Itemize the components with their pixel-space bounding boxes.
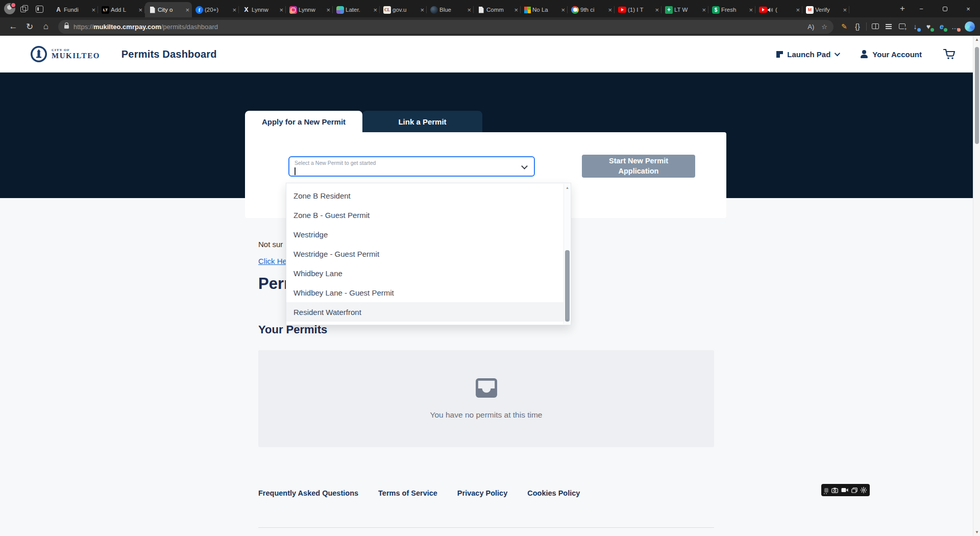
browser-tab[interactable]: Lynnw × — [239, 2, 286, 17]
footer-link[interactable]: Cookies Policy — [527, 489, 580, 497]
dropdown-option[interactable]: Whidbey Lane - Guest Permit — [286, 283, 565, 302]
start-new-permit-button[interactable]: Start New Permit Application — [582, 155, 695, 178]
tab-close-icon[interactable]: × — [843, 6, 847, 14]
select-chevron-down-icon[interactable] — [521, 163, 528, 169]
dots-icon[interactable] — [824, 488, 828, 493]
address-bar[interactable]: https://mukilteo.cmrpay.com/permits/dash… — [58, 20, 834, 34]
back-icon[interactable]: ← — [5, 21, 21, 32]
browser-tab-bar: Fundi × Add L × City o × (20+) × — [0, 0, 980, 17]
permit-select-input[interactable]: Select a New Permit to get started — [288, 156, 535, 177]
tab-close-icon[interactable]: × — [420, 6, 424, 14]
camera-icon[interactable] — [831, 488, 838, 493]
tab-close-icon[interactable]: × — [749, 6, 753, 14]
tab-close-icon[interactable]: × — [796, 6, 800, 14]
lock-icon[interactable] — [64, 25, 69, 29]
video-camera-icon[interactable] — [841, 488, 848, 493]
browser-tab[interactable]: gov.u × — [380, 2, 427, 17]
read-aloud-icon[interactable]: A) — [807, 23, 814, 31]
tab-close-icon[interactable]: × — [138, 6, 142, 14]
dropdown-option[interactable]: Whidbey Lane — [286, 263, 565, 283]
browser-tab[interactable]: Fresh × — [708, 2, 755, 17]
browser-tab[interactable]: (1) I T × — [615, 2, 662, 17]
layers-icon[interactable] — [851, 488, 857, 493]
dropdown-option[interactable]: Zone B - Guest Permit — [286, 205, 565, 225]
browser-tab[interactable]: Later. × — [333, 2, 380, 17]
tab-audio-icon[interactable] — [767, 7, 773, 13]
minimize-button[interactable]: − — [910, 0, 933, 17]
browser-tab[interactable]: Comm × — [474, 2, 521, 17]
browser-tab[interactable]: ( × — [755, 2, 802, 17]
launch-pad-menu[interactable]: Launch Pad — [776, 50, 839, 59]
tab-close-icon[interactable]: × — [655, 6, 659, 14]
tab-close-icon[interactable]: × — [514, 6, 518, 14]
tab-close-icon[interactable]: × — [373, 6, 377, 14]
browser-tab[interactable]: Add L × — [98, 2, 145, 17]
browser-tab[interactable]: (20+) × — [192, 2, 239, 17]
browser-tab[interactable]: City o × — [145, 2, 192, 17]
more-extensions-icon[interactable]: … — [948, 22, 962, 31]
downloads-icon[interactable]: ↓ — [909, 22, 922, 31]
page-title: Permits Dashboard — [121, 48, 217, 60]
browser-tab[interactable]: LT W × — [662, 2, 708, 17]
screen-recorder-toolbar — [821, 484, 870, 496]
collections-icon[interactable] — [882, 22, 895, 31]
dropdown-scrollbar[interactable]: ▲▼ — [564, 184, 570, 324]
favicon — [383, 6, 391, 14]
close-window-button[interactable]: × — [957, 0, 980, 17]
home-icon[interactable]: ⌂ — [38, 21, 54, 32]
tab-close-icon[interactable]: × — [279, 6, 283, 14]
page-scrollbar[interactable]: ▲ ▼ — [973, 36, 980, 536]
footer-link[interactable]: Privacy Policy — [457, 489, 507, 497]
dropdown-option[interactable]: Resident Waterfront — [286, 302, 565, 322]
tab-close-icon[interactable]: × — [185, 6, 189, 14]
tab-apply-new-permit[interactable]: Apply for a New Permit — [245, 111, 362, 132]
favorites-star-icon[interactable]: ☆ — [821, 23, 827, 31]
footer-link[interactable]: Frequently Asked Questions — [258, 489, 358, 497]
browser-tab[interactable]: No La × — [521, 2, 568, 17]
tab-close-icon[interactable]: × — [561, 6, 565, 14]
refresh-icon[interactable]: ↻ — [21, 21, 38, 32]
dropdown-option[interactable]: Westridge - Guest Permit — [286, 244, 565, 263]
new-window-icon[interactable] — [895, 22, 909, 31]
footer-link[interactable]: Terms of Service — [378, 489, 437, 497]
scroll-down-icon[interactable]: ▼ — [973, 530, 980, 534]
profile-avatar[interactable] — [4, 3, 15, 14]
ie-mode-icon[interactable]: e — [935, 22, 948, 31]
mukilteo-logo[interactable]: CITY OF MUKILTEO — [30, 45, 100, 63]
browser-tab[interactable]: Lynnw × — [286, 2, 333, 17]
browser-tab[interactable]: Verify × — [802, 2, 849, 17]
tab-close-icon[interactable]: × — [91, 6, 95, 14]
browser-tab[interactable]: 9th ci × — [568, 2, 615, 17]
dropdown-scroll-down-icon[interactable]: ▼ — [564, 319, 571, 322]
tab-close-icon[interactable]: × — [702, 6, 706, 14]
gear-icon[interactable] — [861, 487, 867, 493]
tab-link-a-permit[interactable]: Link a Permit — [362, 111, 482, 132]
dropdown-scroll-up-icon[interactable]: ▲ — [564, 186, 571, 189]
highlighter-icon[interactable]: ✎ — [838, 22, 851, 31]
tab-close-icon[interactable]: × — [608, 6, 612, 14]
braces-icon[interactable]: {} — [851, 22, 864, 31]
browser-essentials-icon[interactable]: ♥ — [922, 22, 935, 31]
browser-tab[interactable]: Blue × — [427, 2, 474, 17]
maximize-button[interactable] — [933, 0, 957, 17]
dropdown-option[interactable]: Westridge — [286, 225, 565, 244]
click-here-link[interactable]: Click He — [258, 257, 287, 265]
favicon — [665, 6, 673, 14]
tab-close-icon[interactable]: × — [232, 6, 236, 14]
chevron-down-icon — [835, 51, 840, 56]
copilot-icon[interactable] — [965, 21, 975, 32]
workspaces-icon[interactable] — [36, 5, 44, 12]
dropdown-option[interactable]: Zone B Resident — [286, 186, 565, 205]
scroll-up-icon[interactable]: ▲ — [973, 37, 980, 42]
tab-close-icon[interactable]: × — [326, 6, 330, 14]
split-screen-icon[interactable] — [869, 22, 882, 31]
browser-tab[interactable]: Fundi × — [51, 2, 98, 17]
url-text[interactable]: https://mukilteo.cmrpay.com/permits/dash… — [74, 23, 218, 31]
dropdown-scrollbar-thumb[interactable] — [565, 250, 570, 322]
scrollbar-thumb[interactable] — [975, 47, 979, 144]
tab-close-icon[interactable]: × — [467, 6, 471, 14]
cart-icon[interactable] — [943, 48, 955, 60]
new-tab-button[interactable]: + — [895, 4, 910, 14]
tab-groups-icon[interactable] — [20, 5, 29, 12]
your-account-menu[interactable]: Your Account — [860, 50, 922, 59]
